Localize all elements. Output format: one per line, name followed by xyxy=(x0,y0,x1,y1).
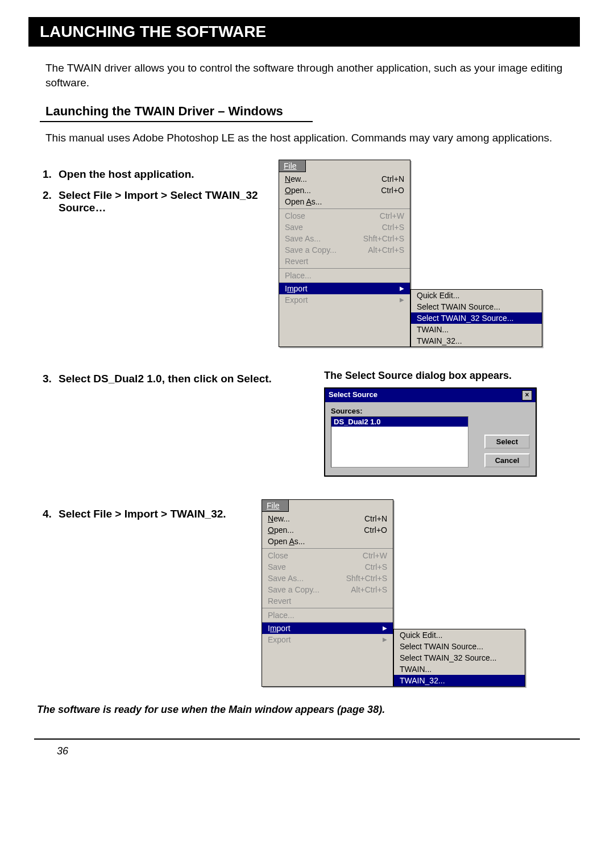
page-number: 36 xyxy=(57,745,580,757)
import-submenu: Quick Edit... Select TWAIN Source... Sel… xyxy=(410,289,542,347)
subheading: Launching the TWAIN Driver – Windows xyxy=(45,104,580,119)
chevron-right-icon: ▶ xyxy=(400,285,404,291)
file-menu: File New...Ctrl+N Open...Ctrl+O Open As.… xyxy=(262,499,393,687)
sources-label: Sources: xyxy=(331,407,479,415)
menu-open-as[interactable]: Open As... xyxy=(279,196,410,207)
footer-divider xyxy=(34,738,580,740)
dialog-titlebar: Select Source × xyxy=(325,389,536,402)
close-icon[interactable]: × xyxy=(522,390,532,400)
menu-save: SaveCtrl+S xyxy=(262,561,393,573)
step-2: 2. Select File > Import > Select TWAIN_3… xyxy=(43,189,279,214)
menu-revert: Revert xyxy=(279,256,410,267)
menu-import[interactable]: Import▶ xyxy=(262,623,393,634)
sources-list[interactable]: DS_Dual2 1.0 xyxy=(331,416,468,468)
select-source-dialog: Select Source × Sources: DS_Dual2 1.0 Se… xyxy=(324,387,537,477)
step-3: 3. Select DS_Dual2 1.0, then click on Se… xyxy=(43,373,324,385)
file-menu-screenshot-2: File New...Ctrl+N Open...Ctrl+O Open As.… xyxy=(262,499,580,687)
menu-save-as: Save As...Shft+Ctrl+S xyxy=(279,233,410,244)
submenu-select-twain[interactable]: Select TWAIN Source... xyxy=(411,301,542,312)
menu-new[interactable]: New...Ctrl+N xyxy=(279,173,410,185)
file-tab[interactable]: File xyxy=(262,499,289,512)
file-tab[interactable]: File xyxy=(279,160,306,172)
menu-import[interactable]: Import▶ xyxy=(279,283,410,294)
submenu-select-twain32[interactable]: Select TWAIN_32 Source... xyxy=(411,312,542,324)
section-title: LAUNCHING THE SOFTWARE xyxy=(28,17,580,47)
submenu-twain32[interactable]: TWAIN_32... xyxy=(411,335,542,347)
chevron-right-icon: ▶ xyxy=(383,625,387,631)
menu-close: CloseCtrl+W xyxy=(262,550,393,561)
menu-open[interactable]: Open...Ctrl+O xyxy=(279,185,410,196)
step-number: 1. xyxy=(43,168,59,181)
menu-save: SaveCtrl+S xyxy=(279,222,410,233)
menu-new[interactable]: New...Ctrl+N xyxy=(262,513,393,524)
menu-place: Place... xyxy=(279,270,410,281)
submenu-twain32-highlight[interactable]: TWAIN_32... xyxy=(394,675,525,686)
select-button[interactable]: Select xyxy=(484,435,530,449)
file-menu-screenshot-1: File New...Ctrl+N Open...Ctrl+O Open As.… xyxy=(279,160,580,347)
divider xyxy=(40,121,313,122)
menu-open-as[interactable]: Open As... xyxy=(262,536,393,547)
submenu-twain[interactable]: TWAIN... xyxy=(394,663,525,675)
chevron-right-icon: ▶ xyxy=(383,636,387,642)
menu-export: Export▶ xyxy=(262,634,393,645)
menu-save-copy: Save a Copy...Alt+Ctrl+S xyxy=(262,584,393,595)
step-text: Open the host application. xyxy=(59,168,279,181)
dialog-title-text: Select Source xyxy=(329,390,377,400)
submenu-quick-edit[interactable]: Quick Edit... xyxy=(394,629,525,641)
menu-export: Export▶ xyxy=(279,294,410,306)
menu-save-as: Save As...Shft+Ctrl+S xyxy=(262,573,393,584)
file-menu: File New...Ctrl+N Open...Ctrl+O Open As.… xyxy=(279,160,410,347)
menu-close: CloseCtrl+W xyxy=(279,210,410,222)
subintro: This manual uses Adobe Photoshop LE as t… xyxy=(45,131,580,145)
submenu-quick-edit[interactable]: Quick Edit... xyxy=(411,290,542,301)
menu-open[interactable]: Open...Ctrl+O xyxy=(262,524,393,536)
dialog-caption: The Select Source dialog box appears. xyxy=(324,370,580,382)
step-number: 3. xyxy=(43,373,59,385)
menu-place: Place... xyxy=(262,610,393,621)
source-item[interactable]: DS_Dual2 1.0 xyxy=(331,417,468,427)
step-text: Select DS_Dual2 1.0, then click on Selec… xyxy=(59,373,324,385)
ready-note: The software is ready for use when the M… xyxy=(37,704,580,716)
submenu-select-twain[interactable]: Select TWAIN Source... xyxy=(394,641,525,652)
menu-revert: Revert xyxy=(262,595,393,607)
step-4: 4. Select File > Import > TWAIN_32. xyxy=(43,508,262,520)
step-text: Select File > Import > Select TWAIN_32 S… xyxy=(59,189,279,214)
chevron-right-icon: ▶ xyxy=(400,297,404,303)
step-1: 1. Open the host application. xyxy=(43,168,279,181)
step-number: 4. xyxy=(43,508,59,520)
menu-save-copy: Save a Copy...Alt+Ctrl+S xyxy=(279,244,410,256)
submenu-twain[interactable]: TWAIN... xyxy=(411,324,542,335)
submenu-select-twain32[interactable]: Select TWAIN_32 Source... xyxy=(394,652,525,663)
intro-text: The TWAIN driver allows you to control t… xyxy=(45,61,580,90)
step-text: Select File > Import > TWAIN_32. xyxy=(59,508,262,520)
step-number: 2. xyxy=(43,189,59,214)
cancel-button[interactable]: Cancel xyxy=(484,453,530,468)
import-submenu: Quick Edit... Select TWAIN Source... Sel… xyxy=(393,629,525,687)
